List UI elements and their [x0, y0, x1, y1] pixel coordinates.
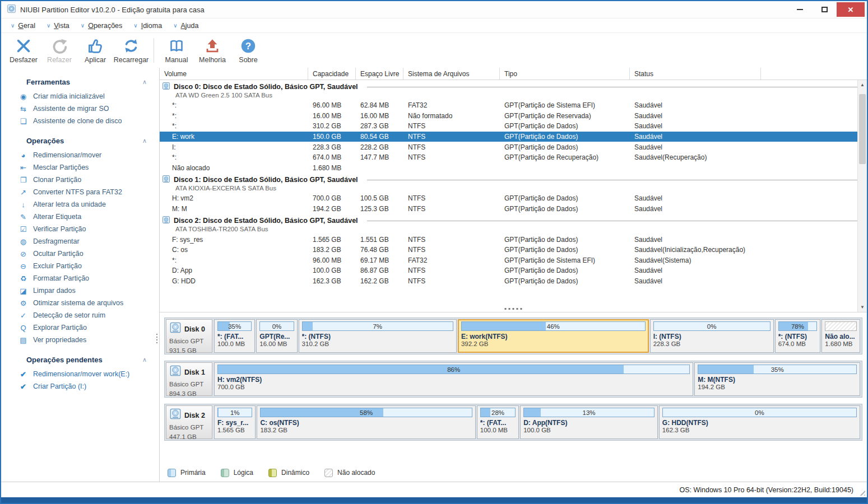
partition-block-g-hdd-ntfs[interactable]: 0%G: HDD(NTFS)162.3 GB: [659, 405, 860, 439]
volume-row[interactable]: E: work150.0 GB80.54 GBNTFSGPT(Partição …: [160, 132, 867, 142]
partition-block-c-os-ntfs[interactable]: 58%C: os(NTFS)183.2 GB: [257, 405, 475, 439]
sidebar-item-desfragmentar[interactable]: ◍Desfragmentar: [1, 235, 159, 248]
partition-block-d-app-ntfs[interactable]: 13%D: App(NTFS)100.0 GB: [520, 405, 658, 439]
maximize-icon: [821, 7, 828, 12]
menu-item-vista[interactable]: ∨Vista: [41, 20, 75, 31]
disk-group-rule: [367, 87, 858, 87]
sidebar-item-alterar-letra-da-unidade[interactable]: ↓Alterar letra da unidade: [1, 198, 159, 211]
sidebar-item-clonar-particao[interactable]: ❐Clonar Partição: [1, 174, 159, 186]
sidebar-item-mesclar-particoes[interactable]: ⇤Mesclar Partições: [1, 161, 159, 174]
disk-map-header-disk-0[interactable]: Disk 0Básico GPT931.5 GB: [166, 319, 212, 353]
maximize-button[interactable]: [812, 2, 837, 17]
volume-row[interactable]: F: sys_res1.565 GB1.551 GBNTFSGPT(Partiç…: [160, 234, 867, 245]
partition-block-e-work-ntfs[interactable]: 46%E: work(NTFS)392.2 GB: [458, 319, 649, 353]
aplicar-button[interactable]: Aplicar: [77, 35, 113, 66]
volume-row[interactable]: *:16.00 MB16.00 MBNão formatadoGPT(Parti…: [160, 111, 867, 122]
column-header-espaco-livre[interactable]: Espaço Livre: [356, 68, 403, 80]
partition-block-fat[interactable]: 28%*: (FAT...100.0 MB: [477, 405, 519, 439]
disk-map-header-disk-2[interactable]: Disk 2Básico GPT447.1 GB: [166, 405, 212, 439]
sidebar-item-limpar-dados[interactable]: ◪Limpar dados: [1, 284, 159, 297]
toolbar-label: Sobre: [239, 56, 257, 64]
defragment-icon: ◍: [18, 237, 28, 246]
menu-item-operacoes[interactable]: ∨Operações: [76, 20, 128, 31]
menu-label: Ajuda: [181, 22, 199, 30]
status-cell: Saudável(Recuperação): [630, 153, 761, 161]
manual-button[interactable]: Manual: [159, 35, 194, 66]
sidebar-item-verificar-particao[interactable]: ☑Verificar Partição: [1, 223, 159, 235]
sidebar-item-formatar-particao[interactable]: ♻Formatar Partição: [1, 272, 159, 284]
toolbar-label: Manual: [165, 56, 188, 64]
sidebar-item-converter-ntfs-para-fat32[interactable]: ↗Converter NTFS para FAT32: [1, 186, 159, 198]
partition-block-ntfs[interactable]: 78%*: (NTFS)674.0 MB: [775, 319, 821, 353]
partition-block-nao-alo[interactable]: Não alo...1.680 MB: [821, 319, 860, 353]
scroll-up-arrow-icon[interactable]: ▲: [858, 80, 867, 90]
close-button[interactable]: ✕: [837, 2, 865, 17]
column-header-sistema-de-arquivos[interactable]: Sistema de Arquivos: [403, 68, 500, 80]
partition-size: 16.00 MB: [259, 340, 294, 347]
disk-group-header[interactable]: Disco 0: Disco de Estado Sólido, Básico …: [160, 80, 867, 100]
capacity-cell: 183.2 GB: [308, 246, 356, 254]
section-header-operacoes-pendentes[interactable]: Operações pendentes∧: [1, 353, 159, 368]
volume-row[interactable]: G: HDD162.3 GB162.2 GBNTFSGPT(Partição d…: [160, 276, 867, 287]
sidebar-item-redimensionar-mover[interactable]: ◕Redimensionar/mover: [1, 149, 159, 161]
volume-row[interactable]: Não alocado1.680 MB: [160, 163, 867, 174]
volume-row[interactable]: *:674.0 MB147.7 MBNTFSGPT(Partição de Re…: [160, 152, 867, 163]
sidebar-item-ocultar-particao[interactable]: ⊘Ocultar Partição: [1, 248, 159, 260]
sidebar-item-alterar-etiqueta[interactable]: ✎Alterar Etiqueta: [1, 211, 159, 223]
menu-item-geral[interactable]: ∨Geral: [6, 20, 40, 31]
sidebar-item-redimensionar-mover-work-e[interactable]: ✔Redimensionar/mover work(E:): [1, 368, 159, 380]
volume-row[interactable]: C: os183.2 GB76.48 GBNTFSGPT(Partição de…: [160, 245, 867, 255]
partition-block-ntfs[interactable]: 7%*: (NTFS)310.2 GB: [299, 319, 457, 353]
desfazer-button[interactable]: Desfazer: [6, 35, 41, 66]
volume-row[interactable]: *:96.00 MB69.17 MBFAT32GPT(Partição de S…: [160, 255, 867, 266]
column-header-tipo[interactable]: Tipo: [500, 68, 630, 80]
scrollbar-track[interactable]: [858, 90, 867, 302]
table-splitter-dots[interactable]: [505, 308, 522, 310]
volume-row[interactable]: I:228.3 GB228.2 GBNTFSGPT(Partição de Da…: [160, 142, 867, 152]
volume-row[interactable]: H: vm2700.0 GB100.5 GBNTFSGPT(Partição d…: [160, 193, 867, 204]
column-header-volume[interactable]: Volume: [160, 68, 308, 80]
sidebar-item-ver-propriedades[interactable]: ▤Ver propriedades: [1, 334, 159, 346]
window-title: NIUBI Partition Editor v10.2.0 - Edição …: [20, 6, 205, 14]
disk-group-header[interactable]: Disco 2: Disco de Estado Sólido, Básico …: [160, 214, 867, 234]
scrollbar-thumb[interactable]: [859, 94, 866, 164]
legend-label: Primária: [180, 469, 206, 477]
recarregar-button[interactable]: Recarregar: [113, 35, 149, 66]
volume-row[interactable]: D: App100.0 GB86.87 GBNTFSGPT(Partição d…: [160, 265, 867, 276]
chevron-down-icon: ∨: [133, 22, 137, 29]
menu-item-ajuda[interactable]: ∨Ajuda: [168, 20, 203, 31]
sidebar-item-assistente-de-clone-de-disco[interactable]: ❏Assistente de clone de disco: [1, 115, 159, 127]
capacity-cell: 1.565 GB: [308, 236, 356, 244]
partition-block-i-ntfs[interactable]: 0%I: (NTFS)228.3 GB: [650, 319, 774, 353]
sidebar-item-criar-particao-i[interactable]: ✔Criar Partição (I:): [1, 380, 159, 393]
partition-block-gpt-re[interactable]: 0%GPT(Re...16.00 MB: [256, 319, 297, 353]
sidebar-item-excluir-particao[interactable]: ⊖Excluir Partição: [1, 260, 159, 272]
section-header-ferramentas[interactable]: Ferramentas∧: [1, 76, 159, 90]
scroll-down-arrow-icon[interactable]: ▼: [858, 302, 867, 312]
column-header-capacidade[interactable]: Capacidade: [308, 68, 356, 80]
partition-block-fat[interactable]: 35%*: (FAT...100.0 MB: [214, 319, 255, 353]
partition-block-m-m-ntfs[interactable]: 35%M: M(NTFS)194.2 GB: [694, 362, 860, 396]
resize-grip[interactable]: [858, 488, 865, 496]
capacity-cell: 162.3 GB: [308, 277, 356, 285]
column-header-status[interactable]: Status: [630, 68, 761, 80]
section-header-operacoes[interactable]: Operações∧: [1, 134, 159, 149]
sidebar-item-criar-midia-inicializavel[interactable]: ◉Criar mídia inicializável: [1, 90, 159, 102]
volume-row[interactable]: M: M194.2 GB125.3 GBNTFSGPT(Partição de …: [160, 204, 867, 214]
partition-block-f-sys-r[interactable]: 1%F: sys_r...1.565 GB: [214, 405, 256, 439]
volume-row[interactable]: *:310.2 GB287.3 GBNTFSGPT(Partição de Da…: [160, 121, 867, 132]
sidebar-item-deteccao-de-setor-ruim[interactable]: ✓Detecção de setor ruim: [1, 309, 159, 321]
sobre-button[interactable]: ?Sobre: [230, 35, 266, 66]
sidebar-item-assistente-de-migrar-so[interactable]: ⇆Assistente de migrar SO: [1, 102, 159, 115]
sidebar-splitter-handle[interactable]: [156, 334, 157, 343]
partition-block-h-vm2-ntfs[interactable]: 86%H: vm2(NTFS)700.0 GB: [214, 362, 693, 396]
sidebar-item-explorar-particao[interactable]: QExplorar Partição: [1, 321, 159, 334]
melhoria-button[interactable]: Melhoria: [194, 35, 230, 66]
menu-item-idioma[interactable]: ∨Idioma: [128, 20, 167, 31]
volume-row[interactable]: *:96.00 MB62.84 MBFAT32GPT(Partição de S…: [160, 100, 867, 111]
sidebar-item-otimizar-sistema-de-arquivos[interactable]: ⚙Otimizar sistema de arquivos: [1, 297, 159, 309]
disk-group-header[interactable]: Disco 1: Disco de Estado Sólido, Básico …: [160, 173, 867, 193]
minimize-button[interactable]: [787, 2, 812, 17]
disk-map-header-disk-1[interactable]: Disk 1Básico GPT894.3 GB: [166, 362, 212, 396]
vertical-scrollbar[interactable]: ▲ ▼: [857, 80, 867, 312]
